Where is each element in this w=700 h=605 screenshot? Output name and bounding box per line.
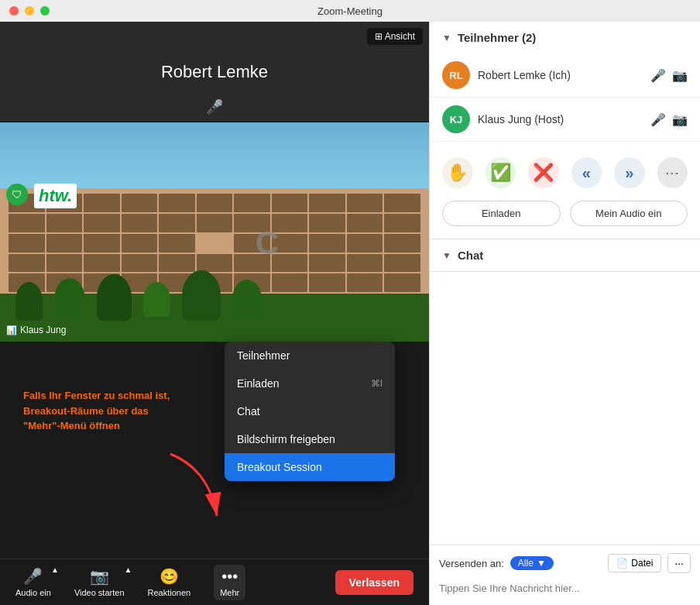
chat-section: ▼ Chat Versenden an: Alle ▼ 📄 Datei	[430, 239, 700, 605]
mic-icon-kj: 🎤	[650, 112, 666, 127]
emoji-check-button[interactable]: ✅	[486, 157, 516, 188]
audio-label: Audio ein	[15, 588, 51, 597]
ansicht-button[interactable]: ⊞ Ansicht	[367, 28, 423, 45]
menu-label-einladen: Einladen	[237, 377, 280, 390]
invite-label: Einladen	[482, 208, 521, 219]
my-audio-label: Mein Audio ein	[595, 208, 661, 219]
participant-row-rl: RL Robert Lemke (Ich) 🎤 📷	[430, 53, 700, 98]
emoji-x-button[interactable]: ❌	[528, 157, 559, 188]
chat-more-icon: ···	[674, 557, 684, 569]
htw-logo: htw.	[34, 184, 77, 208]
minimize-button[interactable]	[25, 6, 34, 15]
speaker-name: Klaus Jung	[20, 325, 66, 335]
menu-label-teilnehmer: Teilnehmer	[237, 349, 290, 362]
dropdown-chevron-icon: ▼	[537, 558, 546, 569]
audio-chevron-icon: ▲	[51, 565, 59, 574]
camera-icon: 📷	[90, 567, 109, 586]
titlebar: Zoom-Meeting	[0, 0, 700, 22]
menu-item-einladen[interactable]: Einladen ⌘I	[225, 370, 395, 397]
avatar-kj: KJ	[442, 105, 470, 133]
video-button[interactable]: 📷 Video starten ▲	[74, 567, 125, 597]
file-icon: 📄	[616, 558, 628, 569]
participants-section: ▼ Teilnehmer (2) RL Robert Lemke (Ich) 🎤…	[430, 22, 700, 239]
mehr-label: Mehr	[220, 588, 239, 597]
action-buttons-row: Einladen Mein Audio ein	[442, 201, 688, 226]
chat-send-row: Versenden an: Alle ▼ 📄 Datei ···	[439, 553, 691, 573]
mehr-icon: •••	[221, 568, 238, 586]
mic-muted-icon-rl: 🎤	[650, 68, 666, 83]
context-menu: Teilnehmer Einladen ⌘I Chat Bildschirm f…	[225, 342, 395, 481]
video-chevron-icon: ▲	[125, 565, 132, 574]
video-panel: Robert Lemke 🎤 ⊞ Teilnehmer (2) ⊞ Ansich…	[0, 22, 429, 605]
cam-muted-icon-rl: 📷	[672, 68, 688, 83]
menu-label-bildschirm: Bildschirm freigeben	[237, 433, 335, 445]
emoji-speed-up-button[interactable]: »	[614, 157, 645, 188]
close-button[interactable]	[9, 6, 19, 15]
participant-name-rl: Robert Lemke (Ich)	[478, 69, 643, 81]
building-video: C 🛡 htw. 📊 Klaus Jung	[0, 122, 429, 342]
menu-item-bildschirm[interactable]: Bildschirm freigeben	[225, 425, 395, 453]
emoji-more-button[interactable]: ···	[657, 157, 688, 188]
window-title: Zoom-Meeting	[317, 5, 383, 17]
invite-button[interactable]: Einladen	[442, 201, 561, 226]
my-audio-button[interactable]: Mein Audio ein	[570, 201, 688, 226]
mehr-button[interactable]: ••• Mehr	[214, 565, 245, 600]
audio-button[interactable]: 🎤 Audio ein ▲	[15, 567, 51, 597]
video-top-participant: Robert Lemke 🎤 ⊞ Teilnehmer (2) ⊞ Ansich…	[0, 22, 429, 122]
menu-label-chat: Chat	[237, 405, 260, 418]
chat-more-button[interactable]: ···	[667, 553, 691, 573]
menu-label-breakout: Breakout Session	[237, 461, 322, 473]
participants-title: Teilnehmer (2)	[458, 31, 536, 44]
emoji-hand-button[interactable]: ✋	[442, 157, 473, 188]
video-bottom-area: Falls Ihr Fenster zu schmal ist, Breakou…	[0, 342, 429, 605]
chat-input-area: Versenden an: Alle ▼ 📄 Datei ···	[430, 545, 700, 605]
recipient-label: Alle	[518, 558, 534, 569]
chat-title: Chat	[458, 249, 483, 262]
chat-body	[430, 272, 700, 545]
reactions-button[interactable]: 😊 Reaktionen	[148, 567, 191, 597]
chat-text-input[interactable]	[439, 579, 691, 597]
avatar-rl: RL	[442, 61, 470, 89]
menu-shortcut-einladen: ⌘I	[371, 378, 383, 389]
leave-button[interactable]: Verlassen	[335, 570, 413, 595]
chat-chevron-icon: ▼	[442, 250, 451, 261]
menu-item-chat[interactable]: Chat	[225, 397, 395, 425]
chat-header[interactable]: ▼ Chat	[430, 239, 700, 272]
participants-chevron-icon: ▼	[442, 33, 451, 43]
menu-item-breakout[interactable]: Breakout Session	[225, 453, 395, 481]
send-to-dropdown[interactable]: Alle ▼	[510, 556, 554, 570]
file-button[interactable]: 📄 Datei	[608, 554, 661, 572]
participants-header[interactable]: ▼ Teilnehmer (2)	[430, 22, 700, 53]
mic-off-icon: 🎤	[23, 567, 43, 586]
emoji-slow-down-button[interactable]: «	[571, 157, 602, 188]
send-to-label: Versenden an:	[439, 558, 504, 569]
speaker-label: 📊 Klaus Jung	[6, 325, 66, 335]
cam-icon-kj: 📷	[672, 112, 688, 127]
right-panel: ▼ Teilnehmer (2) RL Robert Lemke (Ich) 🎤…	[429, 22, 700, 605]
reactions-label: Reaktionen	[148, 588, 191, 597]
reactions-icon: 😊	[160, 567, 179, 586]
window-controls	[9, 6, 50, 15]
toolbar: 🎤 Audio ein ▲ 📷 Video starten ▲ 😊 Reakti…	[0, 559, 429, 605]
maximize-button[interactable]	[40, 6, 50, 15]
participant-icons-kj: 🎤 📷	[650, 112, 688, 127]
participant-icons-rl: 🎤 📷	[650, 68, 688, 83]
video-label: Video starten	[74, 588, 125, 597]
participant-row-kj: KJ Klaus Jung (Host) 🎤 📷	[430, 98, 700, 142]
participant-name-kj: Klaus Jung (Host)	[478, 113, 643, 125]
menu-item-teilnehmer[interactable]: Teilnehmer	[225, 342, 395, 370]
reactions-area: ✋ ✅ ❌ « » ··· Einladen Mein Audio ein	[430, 142, 700, 239]
leave-label: Verlassen	[349, 576, 400, 589]
annotation-text: Falls Ihr Fenster zu schmal ist, Breakou…	[23, 388, 178, 434]
emoji-row: ✋ ✅ ❌ « » ···	[442, 154, 688, 191]
top-participant-name: Robert Lemke	[161, 62, 268, 82]
file-label: Datei	[631, 558, 653, 569]
mic-muted-icon: 🎤	[206, 98, 223, 115]
